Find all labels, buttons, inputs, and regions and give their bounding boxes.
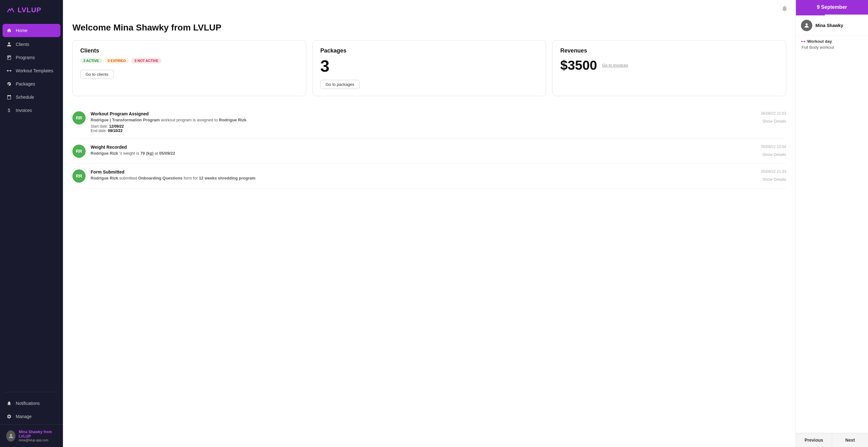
notif-timestamp-3: 05/09/22 21:33 [761,169,786,174]
person-icon [6,41,12,47]
sidebar-item-schedule[interactable]: Schedule [0,91,63,104]
notif-body-3: Form Submitted Rodrigue Rizk submitted O… [91,169,756,180]
sidebar-item-home[interactable]: Home [2,24,60,37]
notifications-section: RR Workout Program Assigned Rodrigue | T… [72,106,786,188]
calendar-progress-fill [796,14,825,15]
badge-not-active: 0 NOT ACTIVE [131,58,161,64]
revenue-row: $3500 Go to invoices [560,58,778,73]
sidebar-item-clients[interactable]: Clients [0,38,63,51]
sidebar-item-workout-templates[interactable]: Workout Templates [0,64,63,77]
show-details-button-3[interactable]: Show Details [762,177,786,182]
sidebar-item-notifications-label: Notifications [16,401,40,406]
packages-card-title: Packages [320,47,538,54]
go-to-invoices-button[interactable]: Go to invoices [602,63,628,68]
previous-button[interactable]: Previous [796,433,832,447]
sidebar-user-area: Mina Shawky from LVLUP mina@lvlup-app.co… [0,424,63,447]
notification-item: RR Workout Program Assigned Rodrigue | T… [72,106,786,139]
sidebar-item-programs-label: Programs [16,55,35,60]
notif-right-2: 05/09/22 22:04 Show Details [761,145,786,157]
workout-day-label: Workout day [801,39,863,44]
logo-area: LVLUP [0,0,63,20]
svg-rect-11 [802,41,804,41]
sidebar-item-manage-label: Manage [16,414,32,419]
notif-desc-3: Rodrigue Rizk submitted Onboarding Quest… [91,176,756,180]
notif-avatar-rr-1: RR [72,111,86,125]
nav-section-bottom: Notifications Manage [0,396,63,424]
notification-item-2: RR Weight Recorded Rodrigue Rizk 's weig… [72,139,786,164]
go-to-clients-button[interactable]: Go to clients [80,70,114,79]
main-content: Welcome Mina Shawky from LVLUP Clients 3… [63,0,796,447]
clients-card: Clients 3 ACTIVE 0 EXPIRED 0 NOT ACTIVE … [72,40,306,96]
sidebar-item-packages-label: Packages [16,81,35,87]
page-title: Welcome Mina Shawky from LVLUP [72,23,786,33]
logo-text: LVLUP [18,6,41,14]
go-to-packages-button[interactable]: Go to packages [320,80,360,89]
calendar-date-header: 9 September [796,0,868,14]
show-details-button-1[interactable]: Show Details [762,119,786,124]
notif-timestamp-2: 05/09/22 22:04 [761,145,786,149]
calendar-progress-bar [796,14,868,15]
sidebar-user-email: mina@lvlup-app.com [19,439,57,442]
nav-divider [5,392,58,392]
dumbbell-icon [6,68,12,74]
notif-desc-2: Rodrigue Rizk 's weight is 79 (kg) at 05… [91,151,756,156]
stats-row: Clients 3 ACTIVE 0 EXPIRED 0 NOT ACTIVE … [72,40,786,96]
revenues-card: Revenues $3500 Go to invoices [552,40,786,96]
svg-rect-3 [10,70,11,71]
panel-navigation: Previous Next [796,433,868,447]
workout-entry: Workout day Full Body workout [796,36,868,51]
packages-count: 3 [320,58,538,74]
client-entry-name: Mina Shawky [815,23,843,28]
client-entry-avatar [801,20,812,31]
logo-suffix: UP [31,6,41,14]
notif-title-1: Workout Program Assigned [91,111,756,116]
sidebar-avatar [6,431,16,442]
notif-right-3: 05/09/22 21:33 Show Details [761,169,786,182]
workout-name: Full Body workout [801,45,863,50]
sidebar-item-clients-label: Clients [16,42,29,47]
svg-rect-10 [804,40,805,42]
notif-right-1: 06/09/22 21:53 Show Details [761,111,786,124]
workout-day-text: Workout day [807,39,832,44]
package-icon [6,81,12,87]
notif-body-1: Workout Program Assigned Rodrigue | Tran… [91,111,756,133]
notif-title-3: Form Submitted [91,169,756,174]
sidebar-item-invoices-label: Invoices [16,108,32,113]
home-icon [6,28,12,33]
notification-bell-icon[interactable] [781,4,788,12]
topbar [63,0,796,16]
notif-timestamp-1: 06/09/22 21:53 [761,111,786,116]
sidebar-item-manage[interactable]: Manage [0,410,63,423]
revenues-card-title: Revenues [560,47,778,54]
sidebar-item-invoices[interactable]: Invoices [0,104,63,117]
schedule-icon [6,94,12,100]
show-details-button-2[interactable]: Show Details [762,152,786,157]
notif-type-2: Weight Recorded [91,145,127,150]
notif-meta-1: Start date: 12/09/22 End date: 09/10/22 [91,124,756,133]
packages-card: Packages 3 Go to packages [312,40,546,96]
next-button[interactable]: Next [832,433,868,447]
clients-card-title: Clients [80,47,298,54]
badge-expired: 0 EXPIRED [104,58,129,64]
svg-rect-9 [802,40,802,42]
notif-type-3: Form Submitted [91,169,124,174]
nav-section-main: Home Clients Programs Workout Templates [0,20,63,389]
sidebar-user-info: Mina Shawky from LVLUP mina@lvlup-app.co… [19,430,57,442]
logo-prefix: LVL [18,6,31,14]
notif-avatar-rr-2: RR [72,145,86,158]
svg-point-6 [806,23,808,26]
programs-icon [6,55,12,60]
dollar-icon [6,107,12,113]
sidebar-item-workout-templates-label: Workout Templates [16,68,53,73]
sidebar-item-programs[interactable]: Programs [0,51,63,64]
bell-nav-icon [6,401,12,406]
sidebar-item-notifications[interactable]: Notifications [0,397,63,410]
logo-icon [6,6,15,14]
content-area: Welcome Mina Shawky from LVLUP Clients 3… [63,16,796,447]
sidebar-item-packages[interactable]: Packages [0,77,63,91]
panel-spacer [796,51,868,433]
svg-rect-2 [7,70,8,71]
notif-title-2: Weight Recorded [91,145,756,150]
notif-type-1: Workout Program Assigned [91,111,149,116]
gear-icon [6,414,12,419]
